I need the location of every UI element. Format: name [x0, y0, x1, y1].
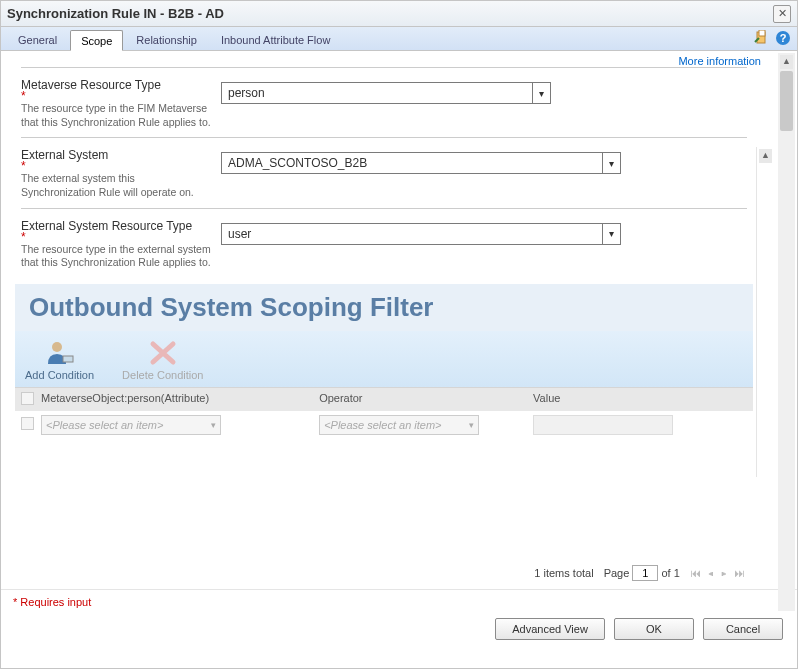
required-footnote: * Requires input	[1, 589, 797, 608]
field-help: The external system this Synchronization…	[21, 172, 211, 199]
attribute-select[interactable]: <Please select an item> ▾	[41, 415, 221, 435]
chevron-down-icon: ▾	[211, 420, 216, 430]
placeholder-text: <Please select an item>	[324, 419, 441, 431]
svg-point-5	[52, 342, 62, 352]
tab-general[interactable]: General	[7, 29, 68, 50]
field-label: External System Resource Type	[21, 219, 211, 233]
field-help: The resource type in the FIM Metaverse t…	[21, 102, 211, 129]
field-label: Metaverse Resource Type	[21, 78, 211, 92]
inner-scrollbar[interactable]: ▲	[756, 147, 773, 477]
action-label: Add Condition	[25, 369, 94, 381]
doc-icon[interactable]	[753, 30, 769, 46]
header-operator: Operator	[319, 392, 533, 407]
placeholder-text: <Please select an item>	[46, 419, 163, 431]
more-information-link[interactable]: More information	[678, 55, 761, 67]
page-number-input[interactable]	[632, 565, 658, 581]
select-all-checkbox[interactable]	[21, 392, 34, 405]
header-value: Value	[533, 392, 747, 407]
tab-inbound-attribute-flow[interactable]: Inbound Attribute Flow	[210, 29, 341, 50]
content-area: ▲ Metaverse Resource Type * The resource…	[1, 67, 797, 585]
advanced-view-button[interactable]: Advanced View	[495, 618, 605, 640]
delete-x-icon	[147, 339, 179, 367]
select-value: person	[228, 86, 265, 100]
section-header: Outbound System Scoping Filter	[15, 284, 753, 331]
cancel-button[interactable]: Cancel	[703, 618, 783, 640]
svg-rect-1	[759, 30, 765, 36]
scroll-up-arrow-icon[interactable]: ▲	[759, 149, 772, 163]
page-label: Page	[604, 567, 630, 579]
external-system-resource-type-select[interactable]: user ▾	[221, 223, 621, 245]
page-of-label: of 1	[661, 567, 679, 579]
condition-action-bar: Add Condition Delete Condition	[15, 331, 753, 387]
tab-bar: General Scope Relationship Inbound Attri…	[1, 27, 797, 51]
pager: 1 items total Page of 1 ⏮ ◀ ▶ ⏭	[21, 559, 777, 585]
external-system-select[interactable]: ADMA_SCONTOSO_B2B ▾	[221, 152, 621, 174]
chevron-down-icon: ▾	[469, 420, 474, 430]
metaverse-resource-type-select[interactable]: person ▾	[221, 82, 551, 104]
conditions-grid-header: MetaverseObject:person(Attribute) Operat…	[15, 387, 753, 411]
chevron-down-icon: ▾	[602, 224, 620, 244]
required-marker: *	[21, 162, 211, 170]
dialog-button-row: Advanced View OK Cancel	[1, 608, 797, 650]
tab-scope[interactable]: Scope	[70, 30, 123, 51]
chevron-down-icon: ▾	[532, 83, 550, 103]
required-marker: *	[21, 92, 211, 100]
chevron-down-icon: ▾	[602, 153, 620, 173]
action-label: Delete Condition	[122, 369, 203, 381]
required-marker: *	[21, 233, 211, 241]
dialog-window: Synchronization Rule IN - B2B - AD ✕ Gen…	[0, 0, 798, 669]
delete-condition-button: Delete Condition	[122, 339, 203, 381]
add-condition-button[interactable]: Add Condition	[25, 339, 94, 381]
condition-row: <Please select an item> ▾ <Please select…	[15, 411, 753, 439]
field-metaverse-resource-type: Metaverse Resource Type * The resource t…	[21, 67, 747, 137]
svg-text:?: ?	[780, 32, 787, 44]
select-value: ADMA_SCONTOSO_B2B	[228, 156, 367, 170]
field-help: The resource type in the external system…	[21, 243, 211, 270]
section-title: Outbound System Scoping Filter	[29, 292, 739, 323]
help-icon[interactable]: ?	[775, 30, 791, 46]
field-label: External System	[21, 148, 211, 162]
dialog-title: Synchronization Rule IN - B2B - AD	[7, 6, 773, 21]
tab-relationship[interactable]: Relationship	[125, 29, 208, 50]
svg-rect-6	[63, 356, 73, 362]
titlebar: Synchronization Rule IN - B2B - AD ✕	[1, 1, 797, 27]
field-external-system: External System * The external system th…	[21, 137, 747, 207]
operator-select[interactable]: <Please select an item> ▾	[319, 415, 479, 435]
pager-nav-arrows[interactable]: ⏮ ◀ ▶ ⏭	[690, 567, 747, 579]
items-total-text: 1 items total	[534, 567, 593, 579]
value-input[interactable]	[533, 415, 673, 435]
row-checkbox[interactable]	[21, 417, 34, 430]
ok-button[interactable]: OK	[614, 618, 694, 640]
header-attribute: MetaverseObject:person(Attribute)	[41, 392, 319, 407]
select-value: user	[228, 227, 251, 241]
person-add-icon	[44, 339, 76, 367]
field-external-system-resource-type: External System Resource Type * The reso…	[21, 208, 747, 278]
close-button[interactable]: ✕	[773, 5, 791, 23]
